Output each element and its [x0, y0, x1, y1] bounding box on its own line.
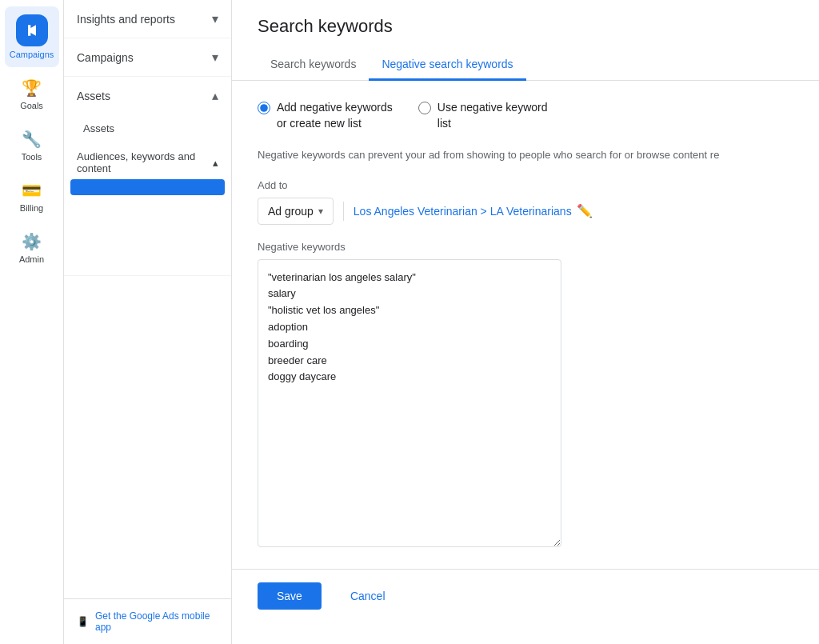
insights-section: Insights and reports ▾ — [64, 0, 231, 38]
nav-admin[interactable]: ⚙️ Admin — [5, 224, 59, 272]
icon-nav: Campaigns 🏆 Goals 🔧 Tools 💳 Billing ⚙️ A… — [0, 0, 64, 644]
page-title: Search keywords — [258, 16, 793, 37]
description-text: Negative keywords can prevent your ad fr… — [258, 147, 793, 163]
add-to-row: Ad group ▾ Los Angeles Veterinarian > LA… — [258, 198, 793, 225]
admin-icon: ⚙️ — [22, 232, 42, 251]
nav-goals[interactable]: 🏆 Goals — [5, 70, 59, 118]
tab-negative-search-keywords[interactable]: Negative search keywords — [369, 50, 525, 81]
mobile-icon: 📱 — [77, 616, 89, 627]
assets-item-label: Assets — [83, 122, 114, 134]
ad-group-link[interactable]: Los Angeles Veterinarian > LA Veterinari… — [354, 203, 593, 218]
audiences-keywords-header[interactable]: Audiences, keywords and content ▴ — [64, 142, 231, 179]
nav-billing[interactable]: 💳 Billing — [5, 173, 59, 221]
vertical-divider — [343, 202, 344, 221]
campaigns-menu-label: Campaigns — [77, 51, 134, 64]
goals-label: Goals — [20, 101, 43, 110]
assets-header[interactable]: Assets ▴ — [64, 77, 231, 114]
advanced-bid-item[interactable] — [64, 243, 231, 259]
search-keywords-item[interactable] — [70, 179, 225, 195]
page-header: Search keywords Search keywords Negative… — [232, 0, 819, 81]
edit-icon: ✏️ — [577, 203, 593, 218]
radio-use-list[interactable]: Use negative keywordlist — [418, 100, 548, 131]
mobile-app-label: Get the Google Ads mobile app — [95, 610, 219, 633]
tabs: Search keywords Negative search keywords — [258, 50, 793, 80]
audiences-keywords-label: Audiences, keywords and content — [77, 150, 213, 174]
action-bar: Save Cancel — [232, 569, 819, 622]
nav-tools[interactable]: 🔧 Tools — [5, 122, 59, 170]
audiences-item[interactable] — [64, 195, 231, 211]
campaigns-section: Campaigns ▾ — [64, 38, 231, 77]
mobile-app-bar[interactable]: 📱 Get the Google Ads mobile app — [64, 598, 232, 644]
goals-icon: 🏆 — [22, 78, 42, 98]
tools-icon: 🔧 — [22, 130, 42, 149]
assets-section: Assets ▴ Assets Audiences, keywords and … — [64, 77, 231, 276]
dropdown-arrow-icon: ▾ — [318, 206, 323, 217]
radio-use-list-label: Use negative keywordlist — [437, 100, 548, 131]
tab-search-keywords[interactable]: Search keywords — [258, 50, 369, 81]
assets-chevron: ▴ — [212, 88, 218, 103]
main-content: Search keywords Search keywords Negative… — [232, 0, 819, 644]
locations-item[interactable] — [64, 211, 231, 227]
add-to-label: Add to — [258, 179, 793, 191]
save-button[interactable]: Save — [258, 582, 322, 610]
ad-group-dropdown[interactable]: Ad group ▾ — [258, 198, 334, 225]
audiences-chevron: ▴ — [213, 157, 218, 169]
campaigns-icon — [16, 14, 48, 46]
radio-add-negative-input[interactable] — [258, 102, 270, 114]
insights-label: Insights and reports — [77, 13, 175, 26]
insights-header[interactable]: Insights and reports ▾ — [64, 0, 231, 38]
tools-label: Tools — [22, 152, 42, 162]
radio-group: Add negative keywordsor create new list … — [258, 100, 793, 131]
side-menu: Insights and reports ▾ Campaigns ▾ Asset… — [64, 0, 232, 644]
insights-chevron: ▾ — [212, 11, 218, 26]
neg-keywords-label: Negative keywords — [258, 241, 793, 253]
page-body: Add negative keywordsor create new list … — [232, 81, 819, 569]
radio-add-negative[interactable]: Add negative keywordsor create new list — [258, 100, 393, 131]
assets-item[interactable]: Assets — [64, 114, 231, 142]
ad-group-dropdown-label: Ad group — [268, 205, 314, 218]
assets-menu-label: Assets — [77, 90, 110, 102]
campaigns-chevron: ▾ — [212, 50, 218, 65]
billing-icon: 💳 — [22, 181, 42, 200]
ad-schedule-item[interactable] — [64, 227, 231, 243]
change-history-item[interactable] — [64, 259, 231, 275]
radio-add-negative-label: Add negative keywordsor create new list — [277, 100, 393, 131]
cancel-button[interactable]: Cancel — [331, 582, 405, 610]
admin-label: Admin — [19, 254, 44, 264]
billing-label: Billing — [20, 203, 43, 213]
campaigns-header[interactable]: Campaigns ▾ — [64, 38, 231, 76]
keywords-textarea[interactable]: "veterinarian los angeles salary" salary… — [258, 259, 561, 547]
campaigns-label: Campaigns — [10, 50, 54, 59]
nav-campaigns[interactable]: Campaigns — [5, 6, 59, 67]
ad-group-link-text: Los Angeles Veterinarian > LA Veterinari… — [354, 205, 572, 218]
radio-use-list-input[interactable] — [418, 102, 431, 114]
